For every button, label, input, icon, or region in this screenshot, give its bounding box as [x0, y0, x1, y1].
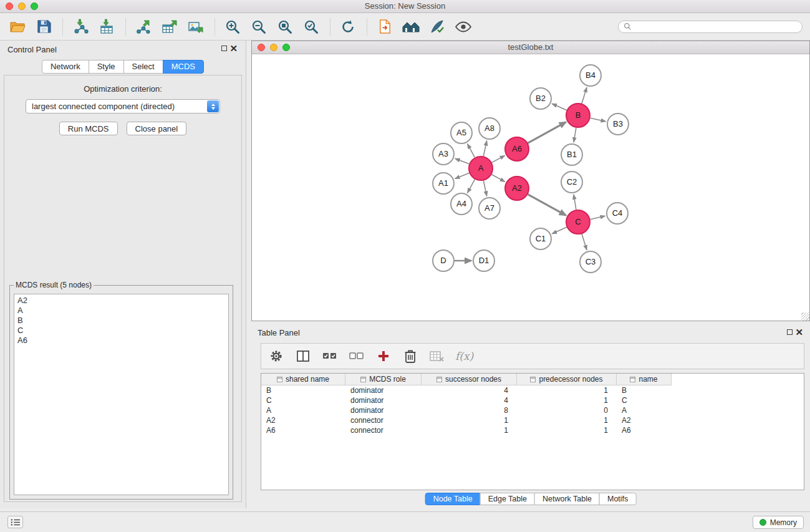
table-cell[interactable]: A6 [261, 425, 345, 435]
graph-edge-A-A7[interactable] [483, 181, 486, 196]
table-cell[interactable]: 4 [422, 385, 517, 395]
graph-node-B4[interactable]: B4 [580, 65, 601, 86]
close-network-window-button[interactable] [258, 44, 265, 51]
graph-node-B1[interactable]: B1 [561, 144, 582, 165]
control-panel-close-icon[interactable]: ✕ [229, 43, 238, 54]
graph-edge-B-B1[interactable] [574, 128, 576, 142]
table-cell[interactable]: dominator [345, 395, 422, 405]
export-table-button[interactable] [158, 16, 181, 38]
network-file-button[interactable] [374, 16, 396, 38]
table-options-button[interactable] [268, 347, 285, 365]
task-history-button[interactable] [7, 516, 23, 528]
mcds-result-item[interactable]: B [17, 316, 225, 326]
show-columns-button[interactable] [294, 347, 312, 365]
mcds-result-item[interactable]: A6 [17, 336, 225, 346]
graph-edge-A-A2[interactable] [492, 175, 505, 182]
graph-edge-B-B4[interactable] [582, 87, 587, 104]
graph-node-D[interactable]: D [433, 250, 454, 271]
column-header-MCDS-role[interactable]: MCDS role [345, 374, 422, 385]
graph-node-C1[interactable]: C1 [530, 228, 551, 249]
mcds-result-item[interactable]: C [17, 326, 225, 336]
graph-edge-C-C4[interactable] [591, 216, 605, 219]
search-input[interactable] [635, 22, 797, 31]
export-image-button[interactable] [185, 16, 207, 38]
table-cell[interactable]: 1 [517, 415, 617, 425]
import-table-button[interactable] [95, 16, 118, 38]
table-cell[interactable]: A2 [261, 415, 345, 425]
table-cell[interactable]: 0 [517, 405, 617, 415]
zoom-out-button[interactable] [248, 16, 270, 38]
table-row[interactable]: Adominator80A [261, 405, 804, 415]
graph-node-B2[interactable]: B2 [530, 88, 551, 109]
graph-node-A1[interactable]: A1 [433, 173, 454, 194]
graph-node-A2[interactable]: A2 [505, 177, 529, 200]
minimize-window-button[interactable] [18, 2, 26, 10]
table-cell[interactable]: 1 [517, 385, 617, 395]
mcds-result-item[interactable]: A2 [17, 296, 225, 306]
graph-node-D1[interactable]: D1 [473, 250, 494, 271]
table-cell[interactable]: dominator [345, 405, 422, 415]
tab-edge-table[interactable]: Edge Table [480, 493, 535, 505]
graph-node-A8[interactable]: A8 [479, 118, 500, 139]
table-cell[interactable]: C [261, 395, 345, 405]
table-cell[interactable]: A [617, 405, 672, 415]
run-mcds-button[interactable]: Run MCDS [59, 122, 118, 135]
tab-network[interactable]: Network [42, 60, 89, 74]
tab-network-table[interactable]: Network Table [534, 493, 600, 505]
graph-edge-A6-B[interactable] [528, 122, 566, 143]
memory-button[interactable]: Memory [753, 516, 804, 529]
column-header-shared-name[interactable]: shared name [261, 374, 345, 385]
table-row[interactable]: Bdominator41B [261, 385, 804, 395]
zoom-network-window-button[interactable] [282, 44, 290, 51]
graph-node-A5[interactable]: A5 [451, 122, 472, 143]
tab-mcds[interactable]: MCDS [163, 60, 204, 74]
graph-edge-A-A4[interactable] [468, 180, 475, 193]
zoom-fit-button[interactable] [274, 16, 296, 38]
table-cell[interactable]: 1 [422, 415, 517, 425]
zoom-window-button[interactable] [31, 2, 38, 10]
export-network-button[interactable] [132, 16, 155, 38]
graph-edge-C-C1[interactable] [552, 227, 567, 234]
graph-edge-A-A6[interactable] [492, 155, 505, 162]
minimize-network-window-button[interactable] [270, 44, 277, 51]
graph-node-A3[interactable]: A3 [433, 143, 454, 165]
delete-row-button[interactable] [402, 347, 419, 365]
function-builder-button[interactable]: f(x) [455, 347, 473, 365]
graph-edge-B-B2[interactable] [552, 104, 567, 110]
table-cell[interactable]: dominator [345, 385, 422, 395]
table-cell[interactable]: B [261, 385, 345, 395]
table-cell[interactable]: connector [345, 425, 422, 435]
graph-node-A4[interactable]: A4 [451, 193, 472, 215]
graph-node-C[interactable]: C [566, 210, 590, 234]
search-box[interactable] [618, 21, 803, 33]
graph-node-B[interactable]: B [566, 104, 590, 127]
close-panel-button[interactable]: Close panel [127, 122, 187, 135]
add-row-button[interactable] [375, 347, 392, 365]
graph-edge-A-A3[interactable] [455, 158, 470, 164]
graph-node-A6[interactable]: A6 [505, 137, 529, 161]
table-cell[interactable]: 1 [517, 395, 617, 405]
table-cell[interactable]: A [261, 405, 345, 415]
control-panel-float-icon[interactable] [221, 46, 227, 51]
tab-style[interactable]: Style [89, 60, 124, 74]
table-panel-close-icon[interactable]: ✕ [795, 327, 803, 338]
close-window-button[interactable] [6, 2, 13, 10]
graph-edge-A-A1[interactable] [455, 173, 470, 178]
graph-edge-A2-C[interactable] [528, 195, 566, 216]
table-cell[interactable]: 1 [517, 425, 617, 435]
table-cell[interactable]: 1 [422, 425, 517, 435]
import-network-button[interactable] [69, 16, 92, 38]
deselect-all-button[interactable] [348, 347, 365, 365]
refresh-button[interactable] [337, 16, 359, 38]
table-row[interactable]: A6connector11A6 [261, 425, 804, 435]
style-check-button[interactable] [426, 16, 448, 38]
open-session-button[interactable] [6, 16, 29, 38]
graph-edge-A-A8[interactable] [483, 141, 486, 157]
graph-edge-A-A5[interactable] [468, 144, 475, 158]
table-panel-float-icon[interactable] [787, 329, 793, 335]
network-canvas[interactable]: B4B2BB3A5A8A6A3B1AC2A1A2A4A7C4CC1C3DD1 [252, 55, 809, 321]
delete-table-button[interactable] [428, 347, 446, 365]
select-all-button[interactable] [321, 347, 339, 365]
table-row[interactable]: Cdominator41C [261, 395, 804, 405]
mcds-result-item[interactable]: A [17, 306, 225, 316]
